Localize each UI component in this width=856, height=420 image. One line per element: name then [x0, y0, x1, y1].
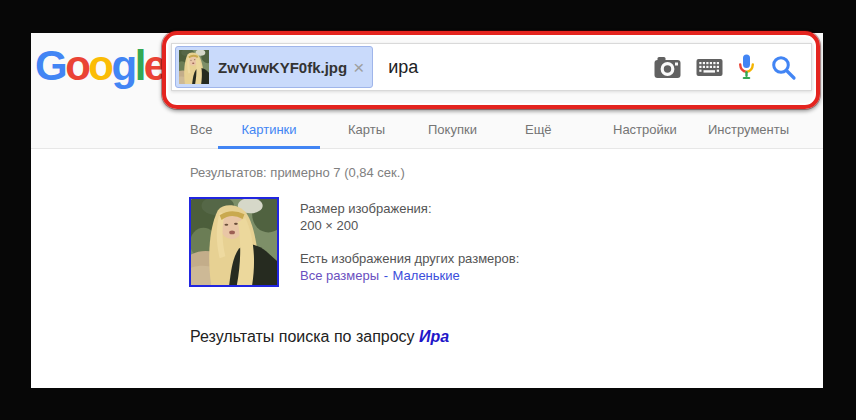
logo-letter: G: [35, 42, 65, 89]
links-separator: -: [380, 268, 392, 283]
all-sizes-link[interactable]: Все размеры: [300, 268, 379, 283]
tab-more[interactable]: Ещё: [525, 118, 552, 146]
footer-results-text: Результаты поиска по запросу: [190, 328, 419, 345]
result-thumbnail-image[interactable]: [189, 197, 279, 287]
camera-icon[interactable]: [654, 56, 681, 79]
small-sizes-link[interactable]: Маленькие: [393, 268, 460, 283]
image-query-chip[interactable]: ZwYuwKYF0fk.jpg ×: [175, 46, 373, 88]
tab-settings[interactable]: Настройки: [613, 118, 677, 146]
image-size-label: Размер изображения:: [300, 200, 519, 217]
logo-letter: g: [111, 42, 134, 89]
other-sizes-label: Есть изображения других размеров:: [300, 250, 519, 267]
results-stats: Результатов: примерно 7 (0,84 сек.): [190, 165, 405, 180]
tab-maps[interactable]: Карты: [348, 118, 385, 146]
mic-icon[interactable]: [738, 54, 755, 80]
image-size-value: 200 × 200: [300, 217, 519, 234]
search-icon[interactable]: [770, 54, 797, 81]
search-input[interactable]: ZwYuwKYF0fk.jpg × ира: [171, 43, 812, 91]
chip-thumbnail-image: [179, 50, 209, 84]
logo-letter: e: [144, 42, 165, 89]
close-icon[interactable]: ×: [353, 58, 364, 77]
google-logo[interactable]: Google: [35, 42, 165, 90]
logo-letter: o: [88, 42, 111, 89]
footer-query-link[interactable]: Ира: [419, 328, 449, 345]
screenshot-frame: Google ZwYuwKYF0fk.jpg × ира: [0, 0, 856, 420]
logo-letter: l: [135, 42, 144, 89]
tab-images[interactable]: Картинки: [218, 118, 320, 149]
tab-all[interactable]: Все: [190, 118, 212, 146]
chip-filename: ZwYuwKYF0fk.jpg: [218, 59, 347, 76]
keyboard-icon[interactable]: [696, 58, 723, 77]
tab-shopping[interactable]: Покупки: [428, 118, 477, 146]
logo-letter: o: [65, 42, 88, 89]
search-query-text: ира: [388, 57, 418, 78]
tab-tools[interactable]: Инструменты: [708, 118, 789, 146]
